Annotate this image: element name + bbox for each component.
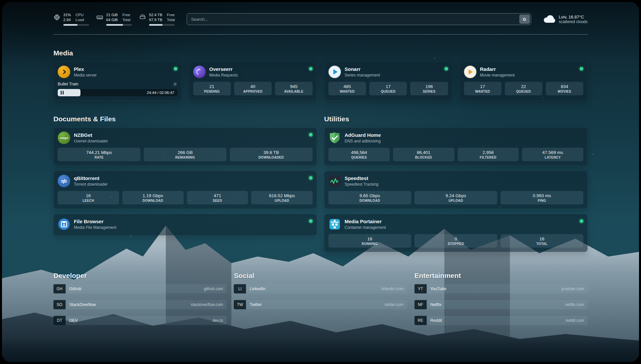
bookmark-stackoverflow[interactable]: SO StackOverflow stackoverflow.com (53, 300, 227, 309)
stat-tile: 16 TOTAL (501, 234, 583, 248)
section-title-utilities: Utilities (324, 115, 588, 123)
service-card-radarr[interactable]: Radarr Movie management 17 WANTED 22 QUE… (460, 62, 588, 101)
service-card-adguard[interactable]: AdGuard Home DNS and adblocking 498,564 … (324, 128, 588, 166)
bookmark-domain: stackoverflow.com (191, 302, 227, 307)
service-description: Speedtest Tracking (345, 182, 379, 187)
bookmark-dev[interactable]: DT DEV dev.to (53, 316, 227, 325)
service-card-qbittorrent[interactable]: qb qBittorrent Torrent downloader 16 LEE… (53, 171, 317, 209)
bookmark-name: YouTube (427, 287, 446, 291)
stat-tile: 945 AVAILABLE (275, 82, 313, 95)
disk-total-label: Total (167, 17, 175, 22)
stat-tile: 196 SERIES (410, 82, 448, 95)
service-card-portainer[interactable]: Media Portainer Container management 16 … (324, 214, 588, 252)
service-description: Container management (345, 225, 386, 230)
bookmark-group-social: Social LI LinkedIn linkedin.com TW Twitt… (234, 257, 407, 316)
bookmarks-row: Developer GH Github github.com SO StackO… (53, 257, 588, 332)
bookmark-name: Reddit (427, 318, 442, 323)
middle-columns: Documents & Files nzbget NZBGet Usenet d… (53, 101, 588, 257)
weather-condition: scattered clouds (559, 19, 588, 24)
qbittorrent-icon: qb (58, 175, 70, 187)
service-name: AdGuard Home (345, 132, 381, 138)
bookmark-domain: linkedin.com (382, 287, 407, 291)
filebrowser-icon (58, 218, 70, 230)
bookmark-reddit[interactable]: RE Reddit reddit.com (414, 316, 588, 325)
bookmark-github[interactable]: GH Github github.com (53, 284, 227, 293)
adguard-icon (328, 132, 341, 144)
service-name: File Browser (74, 219, 116, 225)
stat-tile: 744.21 Mbps RATE (58, 148, 140, 161)
bookmark-abbr: DT (53, 316, 66, 325)
playback-progress-bar[interactable]: 24:44 / 02:06:47 (58, 89, 177, 96)
bookmark-abbr: RE (414, 316, 427, 325)
bookmark-domain: youtube.com (561, 287, 588, 291)
stat-tile: 266 GB REMAINING (144, 148, 227, 161)
service-name: NZBGet (74, 132, 108, 138)
memory-progress-track (106, 24, 132, 26)
pause-icon[interactable] (61, 91, 64, 95)
memory-free-value: 21 GiB (106, 13, 118, 17)
gear-icon[interactable] (173, 82, 177, 86)
stat-tile: 21 PENDING (193, 82, 231, 95)
service-description: Torrent downloader (74, 182, 108, 187)
bookmark-name: Twitter (246, 302, 262, 307)
bookmark-domain: twitter.com (384, 302, 407, 307)
bookmark-domain: dev.to (213, 318, 227, 323)
stat-tile: 17 QUEUED (369, 82, 407, 95)
stat-tile: 16 LEECH (58, 191, 119, 204)
disk-progress-fill (149, 24, 163, 26)
stat-tile: 39.6 TB DOWNLOADED (230, 148, 313, 161)
stat-tile: 40 APPROVED (234, 82, 272, 95)
utilities-column: Utilities (324, 101, 588, 257)
disk-total-value: 97.9 TB (149, 17, 162, 22)
bookmark-name: DEV (66, 318, 78, 323)
service-card-filebrowser[interactable]: File Browser Media File Management (53, 214, 317, 235)
search-input[interactable] (191, 17, 519, 22)
bookmark-youtube[interactable]: YT YouTube youtube.com (414, 284, 588, 293)
now-playing-title: Bullet Train (58, 82, 78, 86)
sonarr-icon (328, 66, 341, 78)
bookmark-netflix[interactable]: NF Netflix netflix.com (414, 300, 588, 309)
bookmark-domain: netflix.com (565, 302, 588, 307)
search-provider-button[interactable]: G (519, 15, 530, 24)
service-card-plex[interactable]: Plex Media server Bullet Train (53, 62, 182, 101)
status-dot (580, 67, 583, 71)
disk-free-label: Free (167, 13, 175, 17)
bookmark-linkedin[interactable]: LI LinkedIn linkedin.com (234, 284, 407, 293)
disk-icon (139, 14, 146, 21)
service-card-sonarr[interactable]: Sonarr Series management 485 WANTED 17 Q… (324, 62, 452, 101)
section-title-social: Social (234, 272, 407, 280)
top-bar: 31% 2.94 CPU Load (53, 13, 588, 26)
service-card-overseerr[interactable]: Overseerr Media Requests 21 PENDING 40 A… (189, 62, 317, 101)
bookmark-twitter[interactable]: TW Twitter twitter.com (234, 300, 407, 309)
status-dot (309, 133, 313, 136)
dashboard-screen: 31% 2.94 CPU Load (2, 2, 639, 362)
status-dot (309, 219, 313, 223)
memory-widget: 21 GiB 64 GiB Free Total (96, 13, 132, 26)
disk-widget: 52.4 TB 97.9 TB Free Total (139, 13, 175, 26)
status-dot (309, 67, 313, 71)
cloud-icon (543, 14, 556, 24)
stat-tile: 16 RUNNING (328, 234, 411, 248)
service-name: Media Portainer (345, 219, 386, 225)
bookmark-name: Netflix (427, 302, 442, 307)
stat-tile: 1.19 Gbps DOWNLOAD (122, 191, 184, 204)
memory-free-label: Free (122, 13, 130, 17)
memory-total-label: Total (122, 17, 130, 22)
stat-tile: 471 SEED (187, 191, 248, 204)
status-dot (309, 176, 313, 180)
bookmark-abbr: NF (414, 300, 427, 309)
service-description: Usenet downloader (74, 139, 108, 143)
bookmark-name: LinkedIn (246, 287, 265, 291)
status-dot (444, 67, 448, 71)
header-divider (53, 34, 588, 35)
disk-free-value: 52.4 TB (149, 13, 162, 17)
service-card-speedtest[interactable]: Speedtest Speedtest Tracking 9.65 Gbps D… (324, 171, 588, 209)
section-title-media: Media (53, 49, 588, 57)
bookmark-abbr: GH (53, 284, 66, 293)
service-card-nzbget[interactable]: nzbget NZBGet Usenet downloader 744.21 M… (53, 128, 317, 166)
playback-time: 24:44 / 02:06:47 (147, 91, 174, 95)
stat-tile: 498,564 QUERIES (328, 148, 390, 161)
weather-widget[interactable]: Lviv, 16.87°C scattered clouds (543, 14, 588, 24)
stat-tile: 618.52 Mbps UPLOAD (251, 191, 313, 204)
cpu-progress-track (63, 24, 89, 26)
